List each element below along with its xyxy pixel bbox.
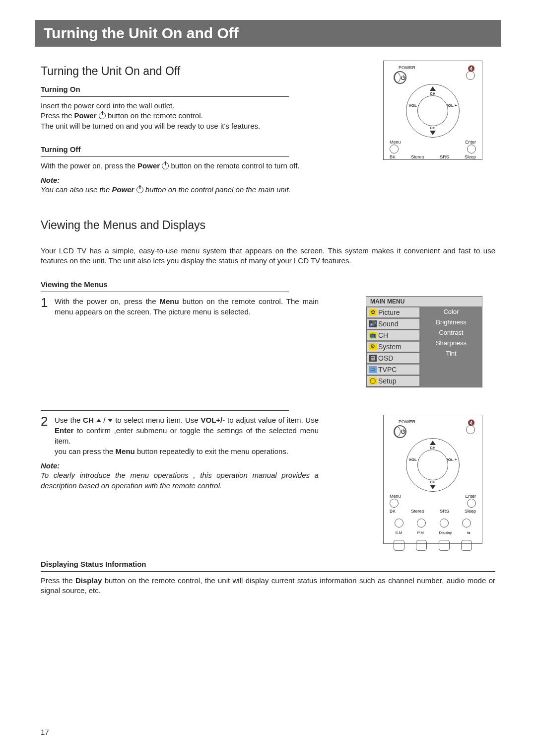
remote-small-button	[417, 519, 426, 528]
text: Sound	[378, 320, 398, 328]
chevron-up-icon	[96, 419, 101, 422]
ch-down-label: CH	[430, 480, 436, 484]
text: Press the	[41, 111, 74, 120]
text: you can press the	[55, 447, 116, 455]
divider	[41, 156, 289, 157]
osd-item-system: ⚙System	[367, 341, 420, 352]
text: button on the remote control to turn off…	[169, 161, 299, 170]
text: to adjust value of item. Use	[225, 416, 319, 424]
text: button on the control panel on the main …	[143, 185, 291, 194]
power-icon	[136, 186, 143, 193]
chevron-down-icon	[108, 419, 113, 422]
step-2: 2 Use the CH / to select menu item. Use …	[41, 415, 319, 456]
stereo-label: Stereo	[411, 509, 424, 514]
chevron-up-icon	[430, 441, 436, 445]
text-bold: Menu	[159, 297, 179, 305]
section-2-title: Viewing the Menus and Displays	[41, 219, 495, 232]
srs-label: SRS	[440, 509, 449, 514]
text: You can also use the	[41, 185, 112, 194]
osd-sub-brightness: Brightness	[420, 317, 482, 327]
srs-label: SRS	[440, 154, 449, 159]
remote-menu-button	[390, 499, 399, 508]
osd-sub-color: Color	[420, 306, 482, 317]
text: TVPC	[378, 366, 397, 374]
remote-diagram-2: POWER 🔇 ⏻ CH VOL − VOL + CH	[383, 415, 482, 544]
remote-power-label: POWER	[399, 419, 415, 424]
text: OSD	[378, 354, 393, 362]
step-number: 2	[41, 415, 50, 456]
text-bold: VOL+/-	[201, 416, 225, 424]
power-icon	[99, 112, 106, 119]
remote-square-button	[394, 540, 404, 551]
sleep-label: Sleep	[465, 154, 476, 159]
displaying-status-heading: Displaying Status Information	[41, 560, 495, 568]
setup-icon: ◯	[369, 378, 377, 384]
note-body: To clearly introduce the menu operations…	[41, 470, 319, 491]
text: System	[378, 343, 402, 351]
remote-small-button	[462, 519, 471, 528]
osd-item-picture: ✿Picture	[367, 307, 420, 318]
bk-label: BK	[390, 154, 396, 159]
turning-off-heading: Turning Off	[41, 145, 319, 153]
divider	[41, 410, 289, 411]
ch-icon: 📺	[369, 332, 377, 339]
text-bold: Enter	[55, 426, 73, 435]
text: Insert the power cord into the wall outl…	[41, 101, 174, 110]
note-label: Note:	[41, 176, 319, 184]
ch-down-label: CH	[430, 126, 436, 130]
banner: Turning the Unit On and Off	[35, 20, 501, 47]
sound-icon: 🔊	[369, 320, 377, 327]
remote-mute-button	[466, 425, 475, 434]
remote-small-button	[440, 519, 449, 528]
page-number: 17	[41, 728, 49, 736]
text-bold: CH	[83, 416, 94, 424]
osd-item-osd: ▤OSD	[367, 353, 420, 364]
enter-label: Enter	[465, 140, 476, 145]
step-1: 1 With the power on, press the Menu butt…	[41, 296, 319, 317]
text: Use the	[55, 416, 83, 424]
osd-item-setup: ◯Setup	[367, 376, 420, 386]
pm-label: P.M	[417, 530, 424, 535]
displaying-status-body: Press the Display button on the remote c…	[41, 576, 495, 596]
remote-menu-button	[390, 145, 399, 153]
divider	[41, 571, 495, 572]
turning-off-body: With the power on, press the Power butto…	[41, 161, 319, 171]
viewing-menus-heading: Viewing the Menus	[41, 280, 495, 289]
remote-power-label: POWER	[399, 65, 415, 70]
text: With the power on, press the	[55, 297, 159, 305]
text: button on the remote control, the unit w…	[41, 576, 495, 595]
remote-nav-ring: CH VOL − VOL + CH	[406, 84, 460, 138]
note-label: Note:	[41, 461, 319, 470]
osd-icon: ▤	[369, 355, 377, 362]
chevron-up-icon	[430, 86, 436, 91]
remote-nav-ring: CH VOL − VOL + CH	[406, 438, 460, 492]
note-body: You can also use the Power button on the…	[41, 184, 319, 195]
osd-item-tvpc: ▭TVPC	[367, 364, 420, 375]
system-icon: ⚙	[369, 343, 377, 350]
remote-enter-button	[467, 145, 476, 153]
section-2-intro: Your LCD TV has a simple, easy-to-use me…	[41, 246, 495, 266]
menu-label: Menu	[390, 494, 401, 499]
text: CH	[378, 331, 388, 339]
text: Setup	[378, 377, 397, 385]
tvpc-icon: ▭	[369, 366, 377, 373]
turning-on-body: Insert the power cord into the wall outl…	[41, 101, 319, 131]
text: With the power on, press the	[41, 161, 137, 170]
remote-small-button	[395, 519, 403, 528]
swap-icon: ⇆	[467, 530, 470, 535]
text: to confirm ,enter submenu or toggle the …	[55, 426, 319, 445]
power-icon	[162, 162, 169, 169]
text: to select menu item. Use	[115, 416, 201, 424]
text: The unit will be turned on and you will …	[41, 122, 260, 130]
text: button on the remote control.	[106, 111, 203, 120]
osd-sub-tint: Tint	[420, 348, 482, 359]
text: Picture	[378, 308, 400, 316]
remote-power-button: ⏻	[394, 71, 406, 84]
text-bold: Menu	[116, 447, 135, 455]
text-bold: Power	[112, 185, 134, 194]
stereo-label: Stereo	[411, 154, 424, 159]
section-1-title: Turning the Unit On and Off	[41, 65, 319, 78]
remote-mute-button	[466, 71, 475, 80]
remote-enter-button	[467, 499, 476, 508]
text-bold: Display	[75, 576, 102, 585]
